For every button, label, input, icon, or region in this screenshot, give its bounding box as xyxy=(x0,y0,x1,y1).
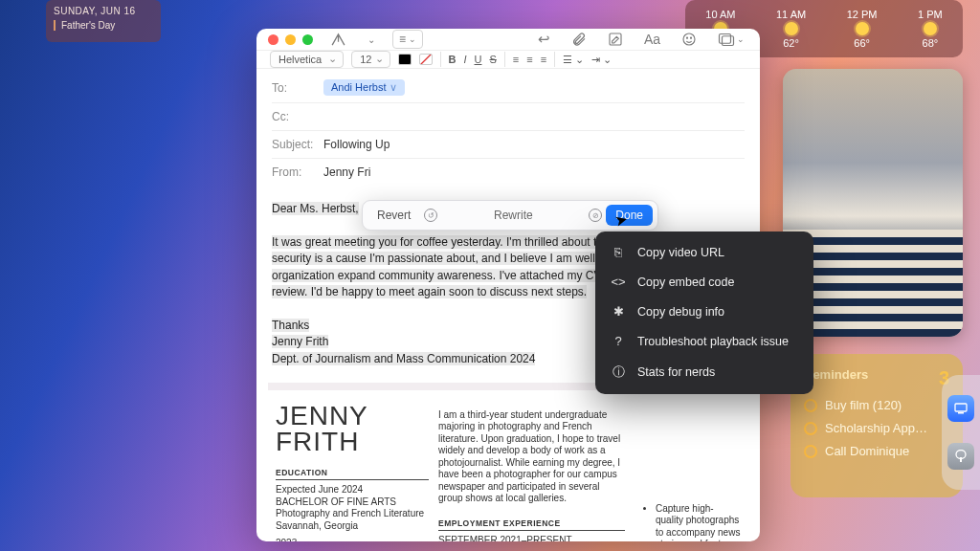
ctx-troubleshoot[interactable]: ?Troubleshoot playback issue xyxy=(595,326,813,356)
underline-button[interactable]: U xyxy=(475,54,482,65)
svg-rect-9 xyxy=(723,35,734,45)
resume-bullets: Capture high-quality photographs to acco… xyxy=(635,404,741,541)
recipient-pill[interactable]: Andi Herbst xyxy=(323,79,405,96)
reminder-item[interactable]: Scholarship App… xyxy=(804,421,949,435)
bold-button[interactable]: B xyxy=(449,54,457,65)
sun-icon xyxy=(785,22,798,35)
weather-slot: 1 PM68° xyxy=(918,9,943,49)
text-color[interactable] xyxy=(398,54,412,65)
resume-text: Expected June 2024 BACHELOR OF FINE ARTS… xyxy=(276,484,429,541)
size-select[interactable]: 12 xyxy=(351,51,390,68)
subject-field[interactable]: Following Up xyxy=(323,138,390,151)
zoom-button[interactable] xyxy=(302,34,313,45)
body-greeting: Dear Ms. Herbst, xyxy=(272,202,359,215)
send-button[interactable] xyxy=(326,30,350,50)
from-label: From: xyxy=(272,165,316,179)
attach-icon[interactable] xyxy=(568,30,590,49)
ctx-copy-embed[interactable]: <>Copy embed code xyxy=(595,267,813,297)
context-menu: ⎘Copy video URL <>Copy embed code ✱Copy … xyxy=(595,231,813,394)
markup-icon[interactable] xyxy=(604,30,627,49)
reminder-item[interactable]: Call Dominique xyxy=(804,444,949,458)
body-sig: Dept. of Journalism and Mass Communicati… xyxy=(272,352,535,365)
calendar-widget[interactable]: SUNDAY, JUN 16 Father's Day xyxy=(46,0,161,42)
svg-rect-4 xyxy=(610,33,621,45)
subject-label: Subject: xyxy=(272,138,316,151)
svg-point-5 xyxy=(683,33,695,45)
weather-slot: 12 PM66° xyxy=(847,9,878,49)
list-button[interactable]: ☰ ⌄ xyxy=(563,54,584,66)
sun-icon xyxy=(924,22,937,35)
redo-icon[interactable]: ⊘ xyxy=(589,209,602,222)
link-icon: ⎘ xyxy=(611,245,626,259)
strike-button[interactable]: S xyxy=(489,54,496,65)
cc-label: Cc: xyxy=(272,110,316,123)
close-button[interactable] xyxy=(268,34,278,45)
history-icon[interactable]: ↺ xyxy=(424,209,437,222)
reminders-title: Reminders xyxy=(804,367,868,389)
circle-icon xyxy=(804,445,817,458)
to-label: To: xyxy=(272,81,316,95)
message-headers: To: Andi Herbst Cc: Subject: Following U… xyxy=(256,69,760,189)
resume-section-employment: EMPLOYMENT EXPERIENCE xyxy=(438,518,625,531)
svg-point-7 xyxy=(690,37,691,38)
svg-rect-8 xyxy=(720,33,731,43)
indent-button[interactable]: ⇥ ⌄ xyxy=(591,54,612,66)
from-field[interactable]: Jenny Fri xyxy=(323,165,370,179)
question-icon: ? xyxy=(611,334,626,348)
body-sig: Thanks xyxy=(272,319,309,332)
align-center-button[interactable]: ≡ xyxy=(526,54,532,65)
bg-color[interactable] xyxy=(419,54,433,65)
titlebar: ⌄ ≡ ⌄ ↩︎ Aa ⌄ xyxy=(256,29,760,51)
bug-icon: ✱ xyxy=(611,304,626,319)
ctx-copy-video-url[interactable]: ⎘Copy video URL xyxy=(595,237,813,267)
done-button[interactable]: Done xyxy=(606,205,653,226)
ctx-stats[interactable]: ⓘStats for nerds xyxy=(595,356,813,388)
resume-name: JENNYFRITH xyxy=(276,404,429,454)
svg-rect-1 xyxy=(958,412,964,414)
svg-point-6 xyxy=(686,37,687,38)
revert-button[interactable]: Revert xyxy=(368,205,420,226)
dock-app[interactable] xyxy=(947,443,974,470)
align-left-button[interactable]: ≡ xyxy=(513,54,519,65)
ctx-copy-debug[interactable]: ✱Copy debug info xyxy=(595,297,813,326)
circle-icon xyxy=(804,422,817,435)
media-button[interactable]: ⌄ xyxy=(714,31,748,49)
reminders-widget[interactable]: Reminders3 Buy film (120) Scholarship Ap… xyxy=(791,354,963,497)
align-right-button[interactable]: ≡ xyxy=(541,54,546,65)
info-icon: ⓘ xyxy=(611,364,626,381)
svg-rect-3 xyxy=(960,457,962,462)
resume-text: SEPTEMBER 2021–PRESENT Photographer CAMP… xyxy=(438,535,625,541)
dock xyxy=(942,375,980,490)
reply-icon[interactable]: ↩︎ xyxy=(534,29,554,50)
dock-app[interactable] xyxy=(947,395,974,422)
calendar-date: SUNDAY, JUN 16 xyxy=(54,6,153,16)
emoji-button[interactable] xyxy=(678,30,701,49)
font-select[interactable]: Helvetica xyxy=(270,51,344,68)
resume-section-education: EDUCATION xyxy=(276,468,429,480)
resume-attachment: JENNYFRITH EDUCATION Expected June 2024 … xyxy=(268,383,748,541)
writing-tools-popover: Revert ↺ Rewrite ⊘ Done xyxy=(362,200,658,231)
svg-rect-0 xyxy=(955,404,967,411)
weather-slot: 11 AM62° xyxy=(776,9,806,49)
calendar-event[interactable]: Father's Day xyxy=(54,20,153,31)
sun-icon xyxy=(856,22,869,35)
code-icon: <> xyxy=(611,275,626,289)
popover-title: Rewrite xyxy=(441,209,585,222)
body-sig: Jenny Frith xyxy=(272,335,328,348)
format-bar: Helvetica 12 B I U S ≡ ≡ ≡ ☰ ⌄ ⇥ ⌄ xyxy=(256,51,760,69)
header-fields-button[interactable]: ≡ ⌄ xyxy=(392,30,423,49)
italic-button[interactable]: I xyxy=(463,54,466,65)
font-button[interactable]: Aa xyxy=(640,30,664,49)
resume-summary: I am a third-year student undergraduate … xyxy=(438,409,625,505)
minimize-button[interactable] xyxy=(285,34,296,45)
send-menu[interactable]: ⌄ xyxy=(364,33,379,47)
reminder-item[interactable]: Buy film (120) xyxy=(804,398,949,412)
circle-icon xyxy=(804,399,817,412)
